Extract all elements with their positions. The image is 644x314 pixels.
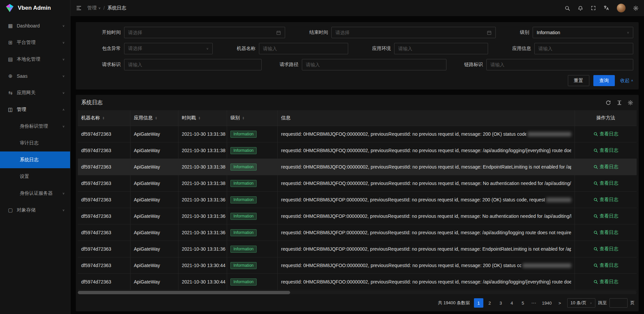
app-info-box[interactable] (534, 43, 633, 54)
dashboard-icon: ▦ (7, 23, 13, 29)
refresh-icon[interactable] (605, 100, 611, 106)
row-height-icon[interactable] (616, 100, 622, 106)
view-log-link[interactable]: 查看日志 (593, 147, 619, 153)
sort-down-icon[interactable]: ▼ (198, 118, 201, 120)
sidebar-item[interactable]: 系统日志 (0, 151, 70, 168)
sort-icons[interactable]: ▲▼ (242, 116, 245, 120)
translate-icon[interactable] (603, 5, 609, 11)
environment-box[interactable] (394, 43, 488, 54)
sort-icons[interactable]: ▲▼ (198, 116, 201, 120)
start-time-input[interactable] (128, 30, 273, 35)
sort-icons[interactable]: ▲▼ (102, 116, 105, 120)
table-header-row: 机器名称▲▼应用信息▲▼时间戳▲▼级别▲▼信息操作方法 (78, 110, 637, 126)
sidebar-item[interactable]: 设置 (0, 168, 70, 185)
app-info-input[interactable] (538, 46, 629, 51)
end-time-picker[interactable] (331, 27, 496, 38)
view-log-label: 查看日志 (600, 262, 619, 268)
settings-gear-icon[interactable] (633, 5, 639, 11)
level-select[interactable]: Information ∨ (533, 27, 633, 38)
sidebar-item[interactable]: 身份标识管理∨ (0, 118, 70, 135)
level-badge: Information (230, 196, 257, 203)
view-log-label: 查看日志 (600, 147, 619, 153)
view-log-link[interactable]: 查看日志 (593, 164, 619, 170)
view-log-link[interactable]: 查看日志 (593, 197, 619, 203)
redacted-blur (546, 198, 571, 202)
column-header[interactable]: 应用信息▲▼ (130, 110, 178, 126)
column-header[interactable]: 机器名称▲▼ (78, 110, 130, 126)
breadcrumb-parent[interactable]: 管理 ∨ (87, 5, 101, 11)
sidebar-item[interactable]: ▦Dashboard∨ (0, 17, 70, 34)
exception-select[interactable]: 请选择 ∨ (124, 43, 213, 54)
view-log-link[interactable]: 查看日志 (593, 246, 619, 252)
filter-form: 开始时间 结束时间 (76, 22, 639, 89)
table-row: df5974d72363ApiGateWay2021-10-30 13:31:3… (78, 241, 637, 257)
fullscreen-icon[interactable] (591, 5, 596, 11)
reset-button[interactable]: 重置 (568, 75, 589, 86)
sidebar-item[interactable]: ◫管理∧ (0, 101, 70, 118)
search-icon[interactable] (565, 5, 570, 11)
view-log-link[interactable]: 查看日志 (593, 230, 619, 236)
end-time-input[interactable] (335, 30, 484, 35)
field-machine-name: 机器名称 (237, 43, 348, 54)
sort-down-icon[interactable]: ▼ (242, 118, 245, 120)
message-cell: requestId: 0HMCRBM8JQFOP:00000002, previ… (278, 208, 575, 224)
view-log-link[interactable]: 查看日志 (593, 262, 619, 268)
start-time-picker[interactable] (124, 27, 285, 38)
request-path-box[interactable] (302, 59, 446, 70)
machine-name-input[interactable] (263, 46, 344, 51)
machine-name-box[interactable] (259, 43, 348, 54)
topbar: 管理 ∨ / 系统日志 (70, 0, 644, 16)
sidebar-item[interactable]: ⊕Saas∨ (0, 68, 70, 84)
timestamp-cell: 2021-10-30 13:31:38 (178, 142, 227, 159)
pagination-next-button[interactable]: > (555, 298, 565, 308)
trace-id-input[interactable] (490, 62, 629, 67)
environment-input[interactable] (398, 46, 484, 51)
table-row: df5974d72363ApiGateWay2021-10-30 13:31:3… (78, 159, 637, 175)
scrollbar-thumb[interactable] (78, 291, 290, 294)
level-badge: Information (230, 164, 257, 171)
pagination-page-5[interactable]: 5 (518, 298, 528, 308)
request-path-input[interactable] (306, 62, 442, 67)
avatar[interactable] (617, 4, 626, 12)
sidebar-item[interactable]: 审计日志 (0, 135, 70, 151)
pagination-page-1[interactable]: 1 (474, 298, 483, 308)
request-id-box[interactable] (124, 59, 262, 70)
pagination-ellipsis[interactable]: ••• (529, 298, 539, 308)
request-id-input[interactable] (128, 62, 258, 67)
level-badge: Information (230, 262, 257, 269)
sidebar-item[interactable]: 身份认证服务器∨ (0, 185, 70, 202)
sidebar-item[interactable]: ▢对象存储∨ (0, 202, 70, 218)
machine-name-cell: df5974d72363 (78, 241, 130, 257)
menu-fold-icon[interactable] (76, 5, 82, 11)
sort-down-icon[interactable]: ▼ (102, 118, 105, 120)
chevron-down-icon: ∨ (62, 24, 65, 27)
sort-down-icon[interactable]: ▼ (155, 118, 157, 120)
sidebar-item[interactable]: ▤本地化管理∨ (0, 51, 70, 68)
column-header[interactable]: 时间戳▲▼ (178, 110, 227, 126)
view-log-link[interactable]: 查看日志 (593, 180, 619, 186)
view-log-link[interactable]: 查看日志 (593, 213, 619, 219)
horizontal-scrollbar[interactable] (78, 291, 637, 294)
column-header[interactable]: 级别▲▼ (227, 110, 278, 126)
column-settings-gear-icon[interactable] (628, 100, 633, 106)
view-log-link[interactable]: 查看日志 (593, 131, 619, 137)
sidebar-item[interactable]: ⊞平台管理∨ (0, 34, 70, 51)
collapse-link[interactable]: 收起 ∧ (620, 78, 633, 84)
pagination-page-1940[interactable]: 1940 (540, 298, 553, 308)
sort-icons[interactable]: ▲▼ (155, 116, 157, 120)
pagination-page-3[interactable]: 3 (496, 298, 505, 308)
pagination-page-4[interactable]: 4 (507, 298, 517, 308)
logo[interactable]: Vben Admin (0, 0, 70, 16)
field-level: 级别 Information ∨ (520, 27, 633, 38)
pagination-page-2[interactable]: 2 (485, 298, 494, 308)
jump-page-input[interactable] (609, 298, 628, 308)
machine-name-cell: df5974d72363 (78, 192, 130, 208)
query-button[interactable]: 查询 (593, 75, 615, 86)
app-info-cell: ApiGateWay (130, 241, 178, 257)
notification-bell-icon[interactable] (578, 5, 583, 11)
page-size-select[interactable]: 10 条/页 ∨ (567, 298, 595, 308)
sidebar-item[interactable]: ⇆应用网关∨ (0, 84, 70, 101)
pagination: 共 19400 条数据 12345•••1940> 10 条/页 ∨ 跳至 页 (78, 295, 637, 311)
view-log-link[interactable]: 查看日志 (593, 279, 619, 285)
trace-id-box[interactable] (486, 59, 633, 70)
